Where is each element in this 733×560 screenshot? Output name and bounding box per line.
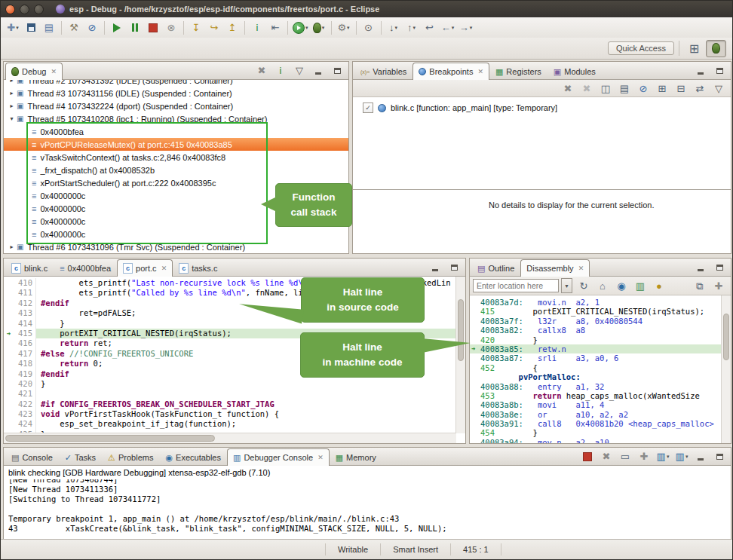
- maximize-view-icon[interactable]: [710, 259, 728, 275]
- disassembly-line[interactable]: 453 return heap_caps_malloc(xWantedSize: [470, 391, 731, 400]
- gutter-marker-column[interactable]: [4, 288, 14, 298]
- minimize-view-icon[interactable]: [692, 63, 710, 78]
- thread-row[interactable]: ▸▣Thread #4 1073432224 (dport) (Suspende…: [4, 99, 348, 112]
- close-tab-icon[interactable]: ✕: [477, 68, 483, 75]
- step-over-icon[interactable]: ↪: [205, 19, 223, 37]
- breakpoint-row[interactable]: ✓ blink.c [function: app_main] [type: Te…: [353, 103, 731, 113]
- disassembly-location-input[interactable]: [473, 279, 559, 292]
- gutter-marker-column[interactable]: [4, 338, 14, 348]
- save-icon[interactable]: [22, 19, 40, 37]
- gutter-marker-column[interactable]: [4, 419, 14, 429]
- disassembly-line[interactable]: 40083a8e: or a10, a2, a2: [470, 410, 731, 419]
- gutter-marker-column[interactable]: [4, 399, 14, 409]
- remove-all-breakpoints-icon[interactable]: ✖: [578, 79, 596, 97]
- gutter-marker-column[interactable]: [4, 319, 14, 329]
- disconnect-icon[interactable]: ⊗: [162, 19, 180, 37]
- tab-tasks-c[interactable]: c tasks.c: [173, 259, 223, 277]
- external-tools-icon[interactable]: ⚙▾: [335, 19, 353, 37]
- open-console-icon[interactable]: ▥▾: [673, 448, 691, 464]
- tab-console[interactable]: ▤ Console: [5, 448, 59, 466]
- tree-expander-icon[interactable]: ▸: [8, 103, 16, 109]
- link-with-debug-view-icon[interactable]: ⇄: [691, 79, 709, 97]
- run-icon[interactable]: ▾: [291, 19, 310, 37]
- next-annotation-icon[interactable]: ↓▾: [385, 19, 403, 37]
- tab-blink-c[interactable]: c blink.c: [5, 259, 54, 277]
- stack-frame-row[interactable]: ≡vTaskSwitchContext() at tasks.c:2,846 0…: [4, 151, 348, 164]
- maximize-view-icon[interactable]: [445, 259, 463, 275]
- remove-all-terminated-icon[interactable]: ✖: [253, 63, 271, 78]
- minimize-icon[interactable]: [309, 63, 327, 78]
- debug-icon[interactable]: ▾: [310, 19, 328, 37]
- debug-perspective-button[interactable]: [706, 40, 726, 57]
- display-selected-console-icon[interactable]: ▥▾: [654, 448, 672, 464]
- toggle-breakpoint-markers-icon[interactable]: ●: [650, 277, 668, 295]
- tab-port-c[interactable]: c port.c ✕: [117, 259, 173, 277]
- stack-frame-row[interactable]: ≡0x4000000c: [4, 228, 348, 240]
- stack-frame-row[interactable]: ≡vPortCPUReleaseMutex() at port.c:415 0x…: [4, 138, 348, 151]
- disassembly-line[interactable]: 40083a87: srli a3, a0, 6: [470, 353, 731, 363]
- tab-registers[interactable]: ▦ Registers: [489, 63, 547, 80]
- window-minimize-button[interactable]: [20, 5, 29, 14]
- drop-to-frame-icon[interactable]: ⇤: [266, 19, 284, 37]
- tab-debug[interactable]: Debug ✕: [5, 63, 63, 80]
- disassembly-line[interactable]: 452 {: [470, 363, 731, 372]
- console-body[interactable]: blink checking [GDB Hardware Debugging] …: [4, 466, 731, 540]
- disassembly-line[interactable]: 40083a8b: movi a11, 4: [470, 400, 731, 409]
- show-breakpoints-for-selection-icon[interactable]: ◫: [597, 79, 615, 97]
- home-icon[interactable]: ⌂: [593, 277, 612, 295]
- scrollbar-thumb[interactable]: [723, 314, 729, 360]
- build-icon[interactable]: ⚒: [65, 19, 83, 37]
- tab-memory[interactable]: ▦ Memory: [330, 448, 382, 466]
- collapse-all-icon[interactable]: ⊟: [672, 79, 690, 97]
- location-go-icon[interactable]: ↻: [575, 277, 593, 295]
- minimize-view-icon[interactable]: [426, 259, 444, 275]
- tab-variables[interactable]: (x)= Variables: [354, 63, 413, 80]
- skip-all-breakpoints-icon[interactable]: ⊘: [634, 79, 652, 97]
- disassembly-line[interactable]: 40083a82: callx8 a8: [470, 326, 731, 335]
- gutter-marker-column[interactable]: [4, 409, 14, 419]
- gutter-marker-column[interactable]: [4, 278, 14, 288]
- show-source-icon[interactable]: ▥: [631, 277, 649, 295]
- tab-debugger-console[interactable]: ▥ Debugger Console ✕: [227, 448, 330, 466]
- sync-with-active-debug-context-icon[interactable]: ◉: [612, 277, 630, 295]
- breakpoint-checkbox[interactable]: ✓: [363, 103, 373, 113]
- gutter-marker-column[interactable]: [4, 389, 14, 399]
- maximize-icon[interactable]: [328, 63, 346, 78]
- terminate-icon[interactable]: [578, 448, 597, 464]
- disassembly-vertical-scrollbar[interactable]: [721, 295, 731, 443]
- scrollbar-thumb[interactable]: [5, 435, 215, 442]
- close-tab-icon[interactable]: ✕: [578, 265, 584, 272]
- tree-expander-icon[interactable]: ▸: [8, 80, 16, 84]
- breakpoints-list[interactable]: ✓ blink.c [function: app_main] [type: Te…: [353, 97, 731, 189]
- remove-breakpoint-icon[interactable]: ✖: [559, 79, 577, 97]
- thread-row[interactable]: ▸▣Thread #3 1073431156 (IDLE) (Suspended…: [4, 87, 348, 99]
- disassembly-line[interactable]: pvPortMalloc:: [470, 372, 731, 381]
- thread-row[interactable]: ▾▣Thread #5 1073410208 (ipc1 : Running) …: [4, 112, 348, 125]
- view-menu-icon[interactable]: ▽: [710, 79, 728, 97]
- gutter-marker-column[interactable]: [4, 298, 14, 308]
- editor-horizontal-scrollbar[interactable]: [4, 433, 456, 443]
- skip-all-breakpoints-icon[interactable]: ⊘: [83, 19, 101, 37]
- remove-launch-icon[interactable]: ✖: [597, 448, 615, 464]
- disassembly-line[interactable]: 454 }: [470, 428, 731, 437]
- clear-console-icon[interactable]: ▭: [616, 448, 634, 464]
- code-line[interactable]: 420}: [4, 379, 465, 389]
- stack-frame-row[interactable]: ≡_frxt_dispatch() at 0x4008532b: [4, 164, 348, 176]
- tab-executables[interactable]: ◉ Executables: [159, 448, 227, 466]
- debug-thread-tree[interactable]: ▸▣Thread #2 1073431392 (IDLE) (Suspended…: [4, 80, 348, 253]
- gutter-marker-column[interactable]: [4, 359, 14, 369]
- back-icon[interactable]: ←▾: [439, 19, 457, 37]
- instruction-stepping-mode-icon[interactable]: i: [271, 63, 290, 78]
- instruction-stepping-icon[interactable]: i: [248, 19, 266, 37]
- disassembly-line[interactable]: 40083a91: call8 0x40081b20 <heap_caps_ma…: [470, 419, 731, 428]
- new-icon[interactable]: ✚▾: [4, 19, 22, 37]
- open-perspective-button[interactable]: ⊞: [684, 40, 704, 57]
- tab-problems[interactable]: ⚠ Problems: [102, 448, 159, 466]
- tree-expander-icon[interactable]: ▸: [8, 243, 16, 250]
- disassembly-line[interactable]: 415 portEXIT_CRITICAL_NESTED(irqStatus);: [470, 307, 731, 316]
- pin-icon[interactable]: ✚: [710, 277, 728, 295]
- tree-expander-icon[interactable]: ▾: [8, 115, 16, 122]
- location-dropdown-icon[interactable]: ▼: [561, 278, 572, 293]
- disassembly-line[interactable]: 40083a7f: l32r a8, 0x40080544: [470, 317, 731, 326]
- tab-tasks[interactable]: ✓ Tasks: [59, 448, 102, 466]
